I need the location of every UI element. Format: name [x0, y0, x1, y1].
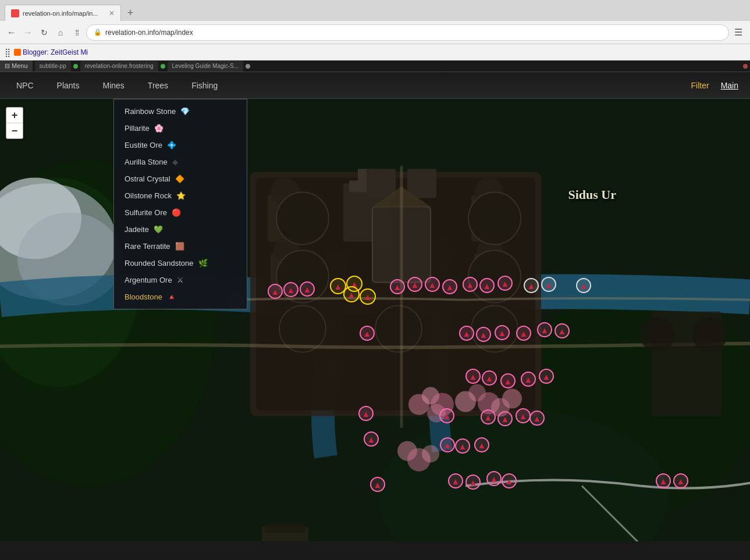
marker-l5[interactable]: ▲: [539, 369, 554, 384]
jadeite-icon: 💚: [154, 225, 163, 234]
marker-c6[interactable]: ▲: [529, 411, 545, 426]
marker-l2[interactable]: ▲: [482, 370, 497, 386]
address-bar[interactable]: 🔒 revelation-on.info/map/index: [86, 24, 729, 41]
nav-plants[interactable]: Plants: [52, 79, 84, 92]
home-button[interactable]: ⌂: [54, 26, 67, 40]
nav-npc[interactable]: NPC: [12, 79, 38, 92]
nav-fishing[interactable]: Fishing: [187, 79, 222, 92]
tab-close-icon[interactable]: ✕: [109, 9, 115, 17]
marker-m7[interactable]: ▲: [554, 323, 570, 338]
svg-point-23: [276, 192, 329, 245]
marker-p3[interactable]: ▲: [425, 277, 440, 292]
marker-vb3[interactable]: ▲: [465, 475, 481, 490]
marker-c1[interactable]: ▲: [358, 406, 374, 421]
marker-b4[interactable]: ▲: [474, 437, 489, 452]
back-button[interactable]: ←: [5, 26, 19, 40]
nav-filter[interactable]: Filter: [691, 81, 709, 90]
menu-item-sulfurite[interactable]: Sulfurite Ore 🔴: [114, 204, 247, 221]
marker-c2[interactable]: ▲: [439, 408, 454, 423]
marker-vb2[interactable]: ▲: [448, 473, 463, 488]
marker-m4[interactable]: ▲: [495, 325, 510, 340]
marker-p2[interactable]: ▲: [407, 277, 422, 292]
refresh-button[interactable]: ↻: [37, 26, 51, 40]
marker-m2[interactable]: ▲: [459, 326, 474, 341]
menu-item-rounded-sandstone[interactable]: Rounded Sandstone 🌿: [114, 255, 247, 272]
marker-l4[interactable]: ▲: [521, 372, 536, 387]
bookmark-blogger[interactable]: Blogger: ZeitGeist Mi: [14, 48, 88, 56]
rare-terratite-label: Rare Terratite: [125, 242, 170, 251]
marker-w2[interactable]: ▲: [541, 277, 556, 292]
sulfurite-icon: 🔴: [172, 208, 181, 217]
menu-item-eustite[interactable]: Eustite Ore 💠: [114, 137, 247, 154]
marker-b1[interactable]: ▲: [364, 431, 379, 447]
menu-item-jadeite[interactable]: Jadeite 💚: [114, 221, 247, 238]
rounded-sandstone-label: Rounded Sandstone: [125, 259, 194, 267]
forward-button[interactable]: →: [21, 26, 35, 40]
scroll-tab-1[interactable]: subtitle-pp: [35, 61, 71, 72]
marker-vb6[interactable]: ▲: [656, 473, 671, 488]
marker-p4[interactable]: ▲: [442, 279, 457, 294]
aurilla-icon: ◆: [172, 158, 178, 166]
right-scroll-indicator: [743, 64, 748, 69]
menu-item-ostral[interactable]: Ostral Crystal 🔶: [114, 170, 247, 187]
zoom-out-button[interactable]: −: [6, 123, 23, 138]
nav-trees[interactable]: Trees: [143, 79, 173, 92]
marker-b3[interactable]: ▲: [455, 438, 470, 454]
oilstone-label: Oilstone Rock: [125, 191, 172, 200]
svg-point-29: [375, 306, 422, 352]
oilstone-icon: ⭐: [176, 191, 186, 200]
marker-p5[interactable]: ▲: [463, 277, 478, 292]
menu-item-rainbow-stone[interactable]: Rainbow Stone 💎: [114, 103, 247, 120]
tab-new[interactable]: +: [122, 6, 138, 20]
eustite-icon: 💠: [167, 141, 176, 149]
marker-c3[interactable]: ▲: [481, 409, 496, 425]
marker-c4[interactable]: ▲: [497, 411, 513, 426]
marker-vb7[interactable]: ▲: [673, 473, 688, 488]
scroll-tab-2[interactable]: revelation-online.frostering: [80, 61, 158, 72]
rainbow-stone-label: Rainbow Stone: [125, 107, 176, 116]
menu-item-argentum[interactable]: Argentum Ore ⚔: [114, 272, 247, 288]
marker-y4[interactable]: ▲: [360, 288, 376, 305]
marker-l1[interactable]: ▲: [465, 369, 481, 384]
marker-c5[interactable]: ▲: [516, 408, 531, 423]
marker-m3[interactable]: ▲: [476, 327, 491, 342]
scroll-tab-indicator-3: [246, 64, 250, 69]
marker-b2[interactable]: ▲: [440, 437, 455, 452]
menu-button[interactable]: ☰: [731, 26, 745, 40]
marker-vb5[interactable]: ▲: [502, 473, 517, 488]
nav-mines[interactable]: Mines: [98, 79, 129, 92]
marker-w1[interactable]: ▲: [524, 278, 539, 293]
marker-m1[interactable]: ▲: [360, 326, 375, 341]
marker-p1[interactable]: ▲: [390, 279, 405, 294]
tab-active[interactable]: revelation-on.info/map/in... ✕: [5, 5, 121, 21]
marker-m6[interactable]: ▲: [537, 322, 552, 337]
menu-item-oilstone[interactable]: Oilstone Rock ⭐: [114, 187, 247, 204]
scroll-tab-3[interactable]: Leveling Guide Magic-S...: [168, 61, 244, 72]
marker-vb4[interactable]: ▲: [486, 471, 502, 486]
marker-l3[interactable]: ▲: [500, 373, 516, 388]
rounded-sandstone-icon: 🌿: [198, 259, 208, 267]
marker-w3[interactable]: ▲: [576, 278, 591, 293]
marker-2[interactable]: ▲: [283, 282, 298, 297]
marker-p7[interactable]: ▲: [497, 276, 513, 291]
menu-item-bloodstone[interactable]: Bloodstone 🔺: [114, 288, 247, 305]
marker-vb1[interactable]: ▲: [370, 477, 385, 492]
menu-item-pillarite[interactable]: Pillarite 🌸: [114, 120, 247, 137]
ostral-label: Ostral Crystal: [125, 174, 170, 183]
marker-3[interactable]: ▲: [300, 281, 315, 297]
marker-p6[interactable]: ▲: [479, 278, 495, 293]
sulfurite-label: Sulfurite Ore: [125, 208, 167, 217]
menu-item-aurilla[interactable]: Aurilla Stone ◆: [114, 154, 247, 170]
menu-button-small[interactable]: ⊟ Menu: [0, 60, 33, 72]
marker-y3[interactable]: ▲: [343, 286, 360, 302]
menu-item-rare-terratite[interactable]: Rare Terratite 🟫: [114, 238, 247, 255]
browser-chrome: revelation-on.info/map/in... ✕ + ← → ↻ ⌂…: [0, 0, 750, 60]
bookmark-favicon: [14, 49, 21, 56]
nav-main[interactable]: Main: [721, 81, 738, 90]
marker-m5[interactable]: ▲: [516, 326, 531, 341]
marker-1[interactable]: ▲: [268, 284, 283, 299]
scroll-tab-indicator-1: [73, 64, 78, 69]
lock-icon: 🔒: [94, 28, 102, 36]
apps-button[interactable]: ⣿: [70, 26, 84, 40]
zoom-in-button[interactable]: +: [6, 108, 23, 123]
